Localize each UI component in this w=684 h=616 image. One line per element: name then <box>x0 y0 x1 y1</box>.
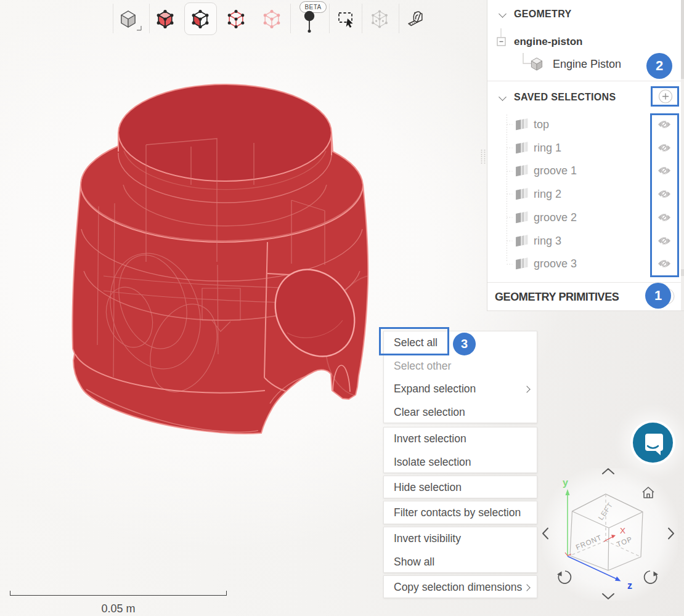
svg-text:TOP: TOP <box>616 535 633 548</box>
svg-text:z: z <box>627 580 632 591</box>
svg-text:X: X <box>620 526 625 535</box>
svg-text:y: y <box>563 477 568 488</box>
svg-text:FRONT: FRONT <box>575 533 603 551</box>
